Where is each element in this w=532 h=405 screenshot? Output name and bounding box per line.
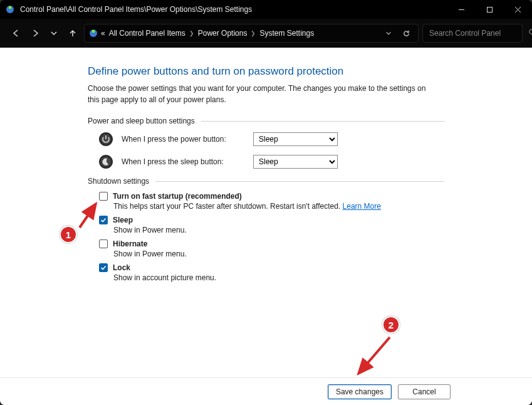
power-button-select[interactable]: Sleep bbox=[253, 132, 338, 146]
svg-rect-3 bbox=[488, 7, 493, 12]
sleep-button-row: When I press the sleep button: Sleep bbox=[98, 154, 444, 169]
power-options-icon bbox=[88, 28, 98, 38]
checkbox-lock[interactable] bbox=[99, 263, 108, 272]
toolbar: « All Control Panel Items ❯ Power Option… bbox=[0, 19, 532, 48]
address-dropdown[interactable] bbox=[383, 29, 394, 37]
power-button-label: When I press the power button: bbox=[122, 135, 246, 144]
checkbox-sleep[interactable] bbox=[99, 216, 108, 224]
save-button[interactable]: Save changes bbox=[328, 384, 392, 399]
checkbox-label: Turn on fast startup (recommended) bbox=[113, 192, 242, 201]
svg-rect-1 bbox=[9, 6, 11, 9]
svg-point-8 bbox=[529, 29, 532, 34]
titlebar: Control Panel\All Control Panel Items\Po… bbox=[0, 0, 532, 19]
shutdown-item-sleep: SleepShow in Power menu. bbox=[99, 216, 444, 234]
annotation-number: 2 bbox=[389, 320, 394, 330]
checkbox-subtext: Show in Power menu. bbox=[113, 250, 444, 258]
chevron-right-icon: ❯ bbox=[251, 30, 256, 36]
shutdown-item-hibernate: HibernateShow in Power menu. bbox=[99, 239, 444, 258]
breadcrumb-item[interactable]: All Control Panel Items bbox=[109, 29, 185, 38]
power-icon bbox=[98, 132, 114, 147]
checkbox-subtext: Show in account picture menu. bbox=[113, 273, 444, 282]
maximize-button[interactable] bbox=[476, 0, 504, 19]
section-label: Power and sleep button settings bbox=[88, 117, 195, 125]
breadcrumb-item[interactable]: System Settings bbox=[259, 29, 314, 38]
section-shutdown: Shutdown settings bbox=[88, 177, 444, 186]
footer: Save changes Cancel bbox=[0, 377, 532, 405]
shutdown-item-lock: LockShow in account picture menu. bbox=[99, 263, 444, 282]
learn-more-link[interactable]: Learn More bbox=[343, 202, 381, 211]
svg-rect-7 bbox=[92, 30, 95, 33]
page-description: Choose the power settings that you want … bbox=[88, 83, 439, 105]
breadcrumb-item[interactable]: Power Options bbox=[198, 29, 248, 38]
search-input[interactable] bbox=[428, 28, 524, 38]
divider bbox=[201, 121, 444, 122]
checkbox-label: Lock bbox=[113, 263, 130, 272]
window: Control Panel\All Control Panel Items\Po… bbox=[0, 0, 532, 405]
checkbox-subtext: Show in Power menu. bbox=[113, 226, 444, 234]
divider bbox=[155, 181, 444, 182]
address-bar[interactable]: « All Control Panel Items ❯ Power Option… bbox=[84, 24, 419, 43]
close-button[interactable] bbox=[504, 0, 532, 19]
checkbox-hibernate[interactable] bbox=[99, 239, 108, 248]
breadcrumb-overflow[interactable]: « bbox=[101, 29, 105, 38]
section-label: Shutdown settings bbox=[88, 177, 149, 186]
minimize-button[interactable] bbox=[447, 0, 476, 19]
search-icon bbox=[528, 28, 532, 38]
back-button[interactable] bbox=[9, 26, 24, 41]
power-button-row: When I press the power button: Sleep bbox=[98, 132, 444, 147]
recent-dropdown[interactable] bbox=[46, 26, 61, 41]
search-box[interactable] bbox=[422, 24, 523, 43]
checkbox-label: Hibernate bbox=[113, 239, 147, 248]
refresh-button[interactable] bbox=[400, 29, 412, 38]
annotation-marker-2: 2 bbox=[382, 316, 400, 334]
annotation-number: 1 bbox=[66, 229, 71, 240]
cancel-button[interactable]: Cancel bbox=[398, 384, 451, 399]
forward-button[interactable] bbox=[28, 26, 43, 41]
up-button[interactable] bbox=[65, 26, 80, 41]
section-power-buttons: Power and sleep button settings bbox=[88, 117, 444, 125]
svg-line-15 bbox=[358, 337, 390, 374]
chevron-right-icon: ❯ bbox=[189, 30, 194, 36]
breadcrumb[interactable]: « All Control Panel Items ❯ Power Option… bbox=[101, 29, 382, 38]
annotation-arrow-2 bbox=[351, 330, 404, 383]
sleep-button-label: When I press the sleep button: bbox=[122, 157, 246, 166]
annotation-marker-1: 1 bbox=[60, 226, 77, 243]
control-panel-icon bbox=[5, 4, 15, 14]
checkbox-label: Sleep bbox=[113, 216, 133, 224]
page-title: Define power buttons and turn on passwor… bbox=[88, 65, 444, 78]
window-title: Control Panel\All Control Panel Items\Po… bbox=[20, 5, 252, 14]
sleep-button-select[interactable]: Sleep bbox=[253, 155, 338, 169]
checkbox-subtext: This helps start your PC faster after sh… bbox=[113, 202, 444, 211]
checkbox-fast-startup[interactable] bbox=[99, 192, 108, 201]
content-area: Define power buttons and turn on passwor… bbox=[0, 48, 532, 405]
shutdown-item-fast-startup: Turn on fast startup (recommended)This h… bbox=[99, 192, 444, 211]
moon-icon bbox=[98, 154, 114, 169]
